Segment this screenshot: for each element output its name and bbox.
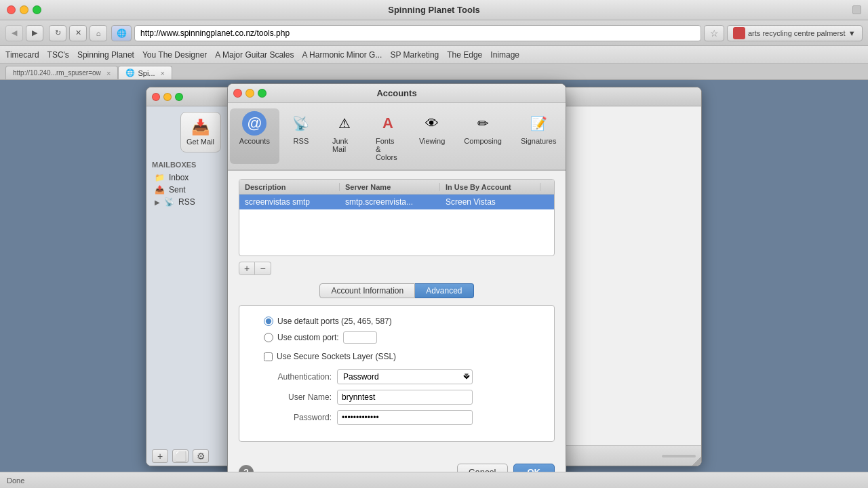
prefs-item-rss[interactable]: 📡 RSS (279, 108, 323, 164)
prefs-item-rules[interactable]: 📋 Rules (566, 108, 566, 164)
user-dropdown-icon[interactable]: ▼ (848, 29, 856, 37)
use-default-ports-option[interactable]: Use default ports (25, 465, 587) (264, 317, 543, 326)
rss-pref-icon: 📡 (289, 111, 313, 136)
table-row[interactable]: screenvistas smtp smtp.screenvista... Sc… (239, 195, 554, 209)
accounts-content: Description Server Name In Use By Accoun… (228, 171, 566, 458)
user-area: arts recycling centre palmerst ▼ (727, 25, 863, 41)
signatures-icon: 📝 (526, 111, 551, 136)
tab-second[interactable]: http://10.240...rm_spuser=owen × (5, 66, 118, 79)
bookmark-star[interactable]: ☆ (704, 25, 724, 41)
user-label: arts recycling centre palmerst (748, 29, 846, 37)
get-mail-label: Get Mail (186, 138, 214, 146)
stop-button[interactable]: ✕ (69, 25, 87, 41)
tab-second-close[interactable]: × (106, 69, 111, 77)
col-server-name: Server Name (340, 183, 440, 191)
bookmark-guitar-scales[interactable]: A Major Guitar Scales (215, 50, 294, 60)
add-remove-buttons: + − (239, 262, 555, 275)
inbox-label: Inbox (169, 173, 189, 182)
tab-advanced[interactable]: Advanced (415, 283, 473, 298)
add-mailbox-button[interactable]: + (152, 449, 168, 463)
sent-icon: 📤 (155, 185, 165, 195)
authentication-select[interactable]: Password MD5 Challenge-Response NTLM Ker… (337, 369, 473, 384)
junk-icon: ⚠ (332, 111, 357, 136)
prefs-item-junk[interactable]: ⚠ Junk Mail (323, 108, 366, 164)
user-avatar (733, 27, 745, 39)
home-button[interactable]: ⌂ (90, 25, 107, 41)
col-description: Description (239, 183, 340, 191)
forward-button[interactable]: ▶ (26, 25, 43, 41)
junk-label: Junk Mail (332, 137, 357, 153)
refresh-button[interactable]: ↻ (49, 25, 66, 41)
browser-close-btn[interactable] (7, 5, 16, 14)
cell-description: screenvistas smtp (239, 197, 340, 207)
dialog-max-btn[interactable] (258, 89, 267, 98)
bookmark-tscs[interactable]: TSC's (47, 50, 69, 60)
custom-port-label: Use custom port: (277, 333, 339, 342)
settings-button[interactable]: ⚙ (193, 449, 209, 463)
bookmark-spinning-planet[interactable]: Spinning Planet (77, 50, 134, 60)
prefs-item-composing[interactable]: ✏ Composing (454, 108, 511, 164)
ssl-label: Use Secure Sockets Layer (SSL) (277, 352, 396, 361)
tab-main-close[interactable]: × (161, 69, 165, 77)
username-input[interactable] (337, 390, 473, 405)
get-mail-button[interactable]: 📥 Get Mail (180, 112, 221, 152)
browser-icon: 🌐 (111, 25, 132, 41)
browser-titlebar: Spinning Planet Tools (0, 0, 868, 20)
rss-label: RSS (178, 197, 195, 207)
tab-main-label: Spi... (138, 69, 155, 77)
dialog-titlebar: Accounts (228, 84, 566, 103)
back-button[interactable]: ◀ (5, 25, 23, 41)
browser-maximize-btn[interactable] (33, 5, 41, 14)
custom-port-radio[interactable] (264, 333, 273, 342)
bookmark-the-edge[interactable]: The Edge (447, 50, 482, 60)
mailbox-view-button[interactable]: ⬜ (172, 449, 189, 463)
browser-minimize-btn[interactable] (20, 5, 28, 14)
accounts-dialog: Accounts ⚙ General @ Accounts 📡 RSS ⚠ Ju… (227, 83, 566, 488)
sent-label: Sent (169, 185, 186, 195)
smtp-table: Description Server Name In Use By Accoun… (239, 179, 555, 256)
rss-icon: 📡 (164, 197, 174, 207)
mail-max-btn[interactable] (175, 93, 183, 101)
prefs-item-accounts[interactable]: @ Accounts (230, 108, 279, 164)
username-field: User Name: (250, 390, 543, 405)
default-ports-label: Use default ports (25, 465, 587) (277, 317, 392, 326)
address-bar[interactable] (134, 25, 701, 41)
bookmark-harmonic-minor[interactable]: A Harmonic Minor G... (302, 50, 382, 60)
custom-port-input[interactable] (343, 331, 377, 344)
bookmark-you-the-designer[interactable]: You The Designer (142, 50, 207, 60)
bookmark-inimage[interactable]: Inimage (490, 50, 519, 60)
add-smtp-button[interactable]: + (239, 262, 255, 275)
dialog-title: Accounts (376, 88, 416, 98)
ssl-checkbox-row: Use Secure Sockets Layer (SSL) (250, 352, 543, 361)
prefs-item-signatures[interactable]: 📝 Signatures (511, 108, 566, 164)
mail-close-btn[interactable] (152, 93, 160, 101)
dialog-close-btn[interactable] (233, 89, 242, 98)
get-mail-icon: 📥 (191, 119, 210, 136)
fonts-icon: A (376, 111, 400, 136)
inbox-icon: 📁 (155, 173, 165, 182)
tab-account-info[interactable]: Account Information (319, 283, 415, 298)
dialog-min-btn[interactable] (245, 89, 254, 98)
authentication-select-wrapper: Password MD5 Challenge-Response NTLM Ker… (337, 369, 473, 384)
use-custom-port-option[interactable]: Use custom port: (264, 331, 543, 344)
cell-server-name: smtp.screenvista... (340, 197, 440, 207)
password-input[interactable] (337, 410, 473, 425)
bookmarks-bar: Timecard TSC's Spinning Planet You The D… (0, 46, 868, 64)
prefs-item-fonts[interactable]: A Fonts & Colors (366, 108, 410, 164)
tab-bar: http://10.240...rm_spuser=owen × 🌐 Spi..… (0, 64, 868, 80)
default-ports-radio[interactable] (264, 317, 273, 326)
tab-main-favicon: 🌐 (125, 68, 135, 77)
mail-min-btn[interactable] (163, 93, 172, 101)
bookmark-timecard[interactable]: Timecard (5, 50, 39, 60)
fonts-label: Fonts & Colors (376, 137, 400, 161)
tab-buttons: Account Information Advanced (239, 283, 555, 298)
mail-resize-handle[interactable] (692, 456, 701, 466)
bookmark-sp-marketing[interactable]: SP Marketing (390, 50, 439, 60)
scroll-indicator (662, 455, 696, 458)
tab-main[interactable]: 🌐 Spi... × (118, 66, 172, 79)
ssl-checkbox[interactable] (264, 352, 273, 361)
status-text: Done (7, 476, 24, 485)
remove-smtp-button[interactable]: − (255, 262, 271, 275)
accounts-label: Accounts (239, 137, 270, 145)
prefs-item-viewing[interactable]: 👁 Viewing (410, 108, 454, 164)
